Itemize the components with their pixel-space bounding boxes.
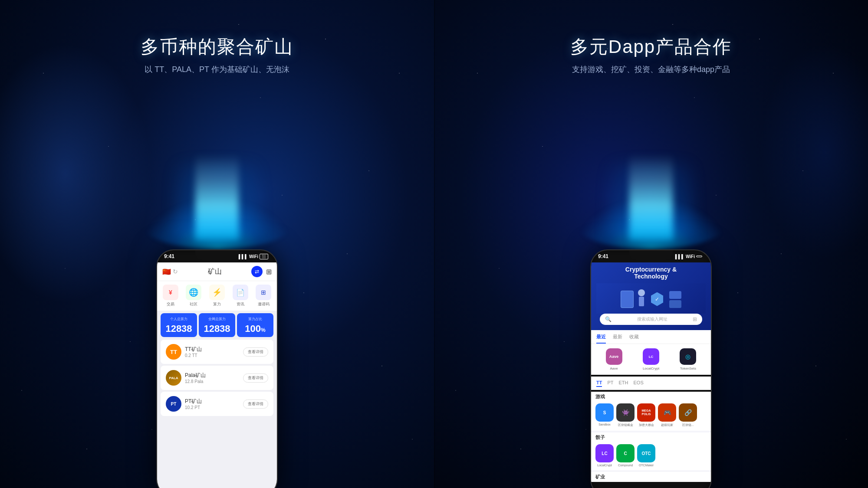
cat-tt[interactable]: TT bbox=[596, 379, 602, 387]
tt-mining-name: TT矿山 bbox=[185, 346, 202, 353]
nav-hashrate-label: 算力 bbox=[213, 301, 221, 307]
localcrypt-dice-label: LocalCrypt bbox=[595, 464, 614, 467]
vol-up-button bbox=[156, 281, 157, 291]
box-right-top bbox=[669, 291, 681, 299]
games-section-title: 游戏 bbox=[591, 392, 711, 402]
mining-title: 矿山 bbox=[178, 267, 251, 276]
nav-community-label: 社区 bbox=[190, 301, 197, 307]
tt-logo: TT bbox=[166, 344, 181, 360]
community-icon-box: 🌐 bbox=[186, 285, 201, 300]
invite-icon-box: ⊞ bbox=[256, 285, 271, 300]
pala-mining-name: Pala矿山 bbox=[185, 372, 206, 379]
personal-hashrate-value: 12838 bbox=[163, 324, 194, 334]
scan-qr-icon[interactable]: ⊞ bbox=[693, 316, 697, 322]
blockchain1-icon: 👾 bbox=[616, 403, 635, 422]
left-phone: 9:41 ▌▌▌ WiFi ⬛ 🇨🇳 ↻ 矿山 bbox=[156, 249, 278, 488]
right-planet-surface bbox=[575, 197, 727, 249]
tokensets-app-item[interactable]: ◎ TokenSets bbox=[680, 348, 696, 370]
dapp-search-bar[interactable]: 🔍 搜索或输入网址 ⊞ bbox=[600, 314, 702, 325]
pala-detail-button[interactable]: 查看详情 bbox=[243, 373, 268, 383]
right-vol-down bbox=[590, 295, 591, 306]
right-title: 多元Dapp产品合作 bbox=[570, 35, 732, 59]
blockchain2-icon-emoji: 🔗 bbox=[684, 409, 692, 416]
otcmaker-text: OTC bbox=[641, 451, 651, 456]
tt-detail-button[interactable]: 查看详情 bbox=[243, 347, 268, 357]
signal-icon-right: ▌▌▌ bbox=[675, 254, 684, 259]
pala-mining-item[interactable]: PALA Pala矿山 12.8 Pala 查看详情 bbox=[161, 366, 273, 390]
localcrypt-icon: LC bbox=[643, 348, 659, 365]
megapolis-item[interactable]: MEGAPOLIS 加密大都会 bbox=[637, 403, 655, 427]
tt-mining-left: TT TT矿山 0.2 TT bbox=[166, 344, 202, 360]
nav-hashrate[interactable]: ⚡ 算力 bbox=[209, 285, 225, 307]
news-icon-box: 📄 bbox=[233, 285, 248, 300]
pala-mining-value: 12.8 Pala bbox=[185, 379, 206, 384]
tokensets-label: TokenSets bbox=[680, 367, 696, 370]
checkmark-icon: ✓ bbox=[655, 296, 659, 302]
network-hashrate-label: 全网总算力 bbox=[201, 317, 233, 321]
localcrypt-app-item[interactable]: LC LocalCrypt bbox=[643, 348, 659, 370]
nav-news[interactable]: 📄 资讯 bbox=[233, 285, 248, 307]
pt-mining-item[interactable]: PT PT矿山 10.2 PT 查看详情 bbox=[161, 392, 273, 416]
network-hashrate-value: 12838 bbox=[201, 324, 233, 334]
nav-invite-label: 邀请码 bbox=[258, 301, 270, 307]
cat-eos[interactable]: EOS bbox=[634, 379, 644, 387]
tab-favorites[interactable]: 收藏 bbox=[629, 334, 639, 344]
hashrate-icon-box: ⚡ bbox=[209, 285, 225, 300]
invite-icon: ⊞ bbox=[261, 289, 266, 296]
tt-mining-item[interactable]: TT TT矿山 0.2 TT 查看详情 bbox=[161, 340, 273, 364]
figure-head bbox=[638, 289, 645, 296]
network-hashrate-card: 全网总算力 12838 bbox=[199, 313, 235, 337]
right-phone-wrapper: 9:41 ▌▌▌ WiFi Cryptocurrency & Technolog… bbox=[590, 249, 712, 488]
blockchain2-item[interactable]: 🔗 区块链... bbox=[679, 403, 697, 427]
pt-detail-button[interactable]: 查看详情 bbox=[243, 400, 268, 409]
compound-item[interactable]: C Compound bbox=[616, 444, 635, 467]
right-power-button bbox=[711, 285, 712, 298]
dapp-content: 游戏 S Sandbox 👾 区块链截金 bbox=[591, 392, 711, 482]
figure-body bbox=[639, 297, 644, 306]
tab-newest[interactable]: 最新 bbox=[613, 334, 622, 344]
mining-app-screen: 🇨🇳 ↻ 矿山 ⇄ ⊞ ¥ bbox=[157, 262, 277, 488]
pala-mining-info: Pala矿山 12.8 Pala bbox=[185, 372, 206, 384]
aave-app-item[interactable]: Aave Aave bbox=[606, 348, 622, 370]
news-icon: 📄 bbox=[236, 288, 245, 297]
scan-icon[interactable]: ⊞ bbox=[266, 268, 272, 276]
status-icons-right: ▌▌▌ WiFi bbox=[675, 254, 702, 259]
otcmaker-icon: OTC bbox=[637, 444, 655, 462]
pt-mining-info: PT矿山 10.2 PT bbox=[185, 398, 202, 410]
header-right: ⇄ ⊞ bbox=[251, 266, 272, 277]
figure bbox=[638, 289, 645, 306]
wallet-icon[interactable]: ⇄ bbox=[251, 266, 263, 277]
pala-mining-left: PALA Pala矿山 12.8 Pala bbox=[166, 370, 206, 386]
megapolis-label: 加密大都会 bbox=[637, 423, 655, 427]
quick-nav: ¥ 交易 🌐 社区 ⚡ 算力 bbox=[157, 281, 277, 311]
nav-trade[interactable]: ¥ 交易 bbox=[163, 285, 178, 307]
sandbox-item[interactable]: S Sandbox bbox=[595, 403, 614, 427]
cat-pt[interactable]: PT bbox=[607, 379, 613, 387]
community-icon: 🌐 bbox=[189, 288, 198, 297]
pala-logo: PALA bbox=[166, 370, 181, 386]
nav-news-label: 资讯 bbox=[237, 301, 244, 307]
otcmaker-item[interactable]: OTC OTCMaker bbox=[637, 444, 655, 467]
supergamer-item[interactable]: 🎮 超级玩家 bbox=[658, 403, 676, 427]
right-vol-up bbox=[590, 281, 591, 291]
nav-community[interactable]: 🌐 社区 bbox=[186, 285, 201, 307]
nav-invite[interactable]: ⊞ 邀请码 bbox=[256, 285, 271, 307]
blockchain2-label: 区块链... bbox=[679, 423, 697, 427]
status-time-right: 9:41 bbox=[598, 253, 608, 259]
recent-apps-row: Aave Aave LC LocalCrypt ◎ TokenSets bbox=[591, 344, 711, 375]
blockchain1-item[interactable]: 👾 区块链截金 bbox=[616, 403, 635, 427]
tokensets-icon: ◎ bbox=[680, 348, 696, 365]
compound-icon: C bbox=[616, 444, 635, 462]
localcrypt-dice-item[interactable]: LC LocalCrypt bbox=[595, 444, 614, 467]
battery-icon: ⬛ bbox=[260, 254, 268, 259]
tab-recent[interactable]: 最近 bbox=[596, 334, 606, 344]
left-subtitle: 以 TT、PALA、PT 作为基础矿山、无泡沫 bbox=[145, 64, 289, 75]
cat-eth[interactable]: ETH bbox=[619, 379, 628, 387]
sandbox-icon-text: S bbox=[603, 410, 606, 415]
blockchain1-icon-emoji: 👾 bbox=[622, 409, 629, 416]
hashrate-ratio-label: 算力占比 bbox=[240, 317, 271, 321]
supergamer-label: 超级玩家 bbox=[658, 423, 676, 427]
pt-logo: PT bbox=[166, 396, 181, 412]
pt-mining-left: PT PT矿山 10.2 PT bbox=[166, 396, 202, 412]
nebula-right bbox=[760, 43, 868, 260]
